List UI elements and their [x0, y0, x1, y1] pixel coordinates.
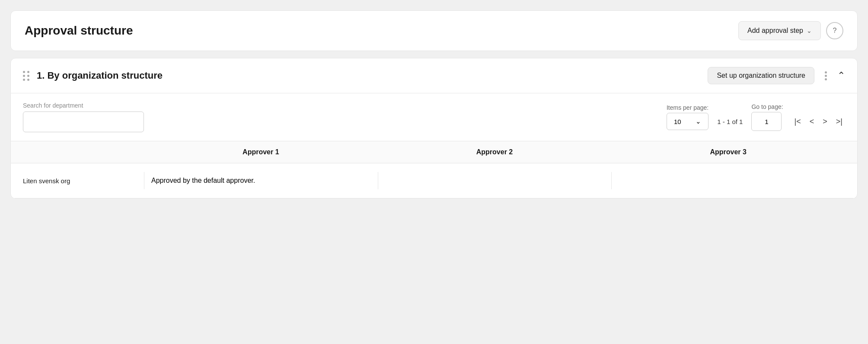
help-icon: ? [833, 27, 837, 35]
items-chevron-down-icon: ⌄ [696, 118, 701, 125]
dot [23, 79, 25, 81]
prev-page-button[interactable]: < [807, 115, 817, 128]
table-header-approver1: Approver 1 [144, 148, 378, 156]
chevron-up-icon: ⌃ [837, 70, 845, 81]
pagination-controls: Items per page: 10 ⌄ 1 - 1 of 1 Go to pa… [667, 103, 845, 131]
top-card-actions: Add approval step ⌄ ? [738, 21, 843, 40]
table-header-approver3: Approver 3 [611, 148, 845, 156]
page-title: Approval structure [25, 24, 133, 38]
dot [27, 79, 29, 81]
more-dots-icon [825, 71, 827, 80]
last-page-button[interactable]: >| [833, 115, 845, 128]
dot [23, 75, 25, 77]
section-card: 1. By organization structure Set up orga… [10, 58, 858, 199]
add-approval-step-button[interactable]: Add approval step ⌄ [738, 21, 821, 40]
controls-row: Search for department Items per page: 10… [11, 93, 857, 141]
search-label: Search for department [23, 102, 144, 109]
go-to-page: Go to page: [751, 103, 783, 131]
table-cell-approver2 [378, 172, 612, 189]
dot [23, 71, 25, 73]
items-per-page-select[interactable]: 10 ⌄ [667, 113, 708, 130]
table-header-department [23, 148, 144, 156]
go-to-page-label: Go to page: [751, 103, 783, 110]
items-per-page-label: Items per page: [667, 104, 708, 111]
section-header-right: Set up organization structure ⌃ [708, 67, 845, 84]
dot [825, 75, 827, 77]
more-options-button[interactable] [821, 70, 830, 82]
section-header-left: 1. By organization structure [23, 70, 163, 81]
items-per-page-value: 10 [674, 118, 681, 125]
add-approval-label: Add approval step [747, 27, 803, 35]
table-header-approver2: Approver 2 [378, 148, 612, 156]
table-header-row: Approver 1 Approver 2 Approver 3 [11, 141, 857, 163]
section-header: 1. By organization structure Set up orga… [11, 58, 857, 93]
items-per-page: Items per page: 10 ⌄ [667, 104, 708, 130]
search-input[interactable] [23, 111, 144, 132]
first-page-button[interactable]: |< [792, 115, 804, 128]
table-cell-department: Liten svensk org [23, 177, 144, 185]
collapse-button[interactable]: ⌃ [837, 70, 845, 81]
help-button[interactable]: ? [826, 22, 843, 39]
top-card: Approval structure Add approval step ⌄ ? [10, 10, 858, 51]
dot [27, 75, 29, 77]
setup-org-structure-button[interactable]: Set up organization structure [708, 67, 814, 84]
table-cell-approver1: Approved by the default approver. [144, 172, 378, 189]
table-row: Liten svensk org Approved by the default… [11, 163, 857, 198]
dot [825, 71, 827, 73]
approver1-default-text: Approved by the default approver. [151, 177, 255, 185]
nav-buttons: |< < > >| [792, 115, 845, 128]
dot [27, 71, 29, 73]
chevron-down-icon: ⌄ [807, 27, 812, 34]
table-cell-approver3 [611, 172, 845, 189]
table: Approver 1 Approver 2 Approver 3 Liten s… [11, 141, 857, 198]
page-info: 1 - 1 of 1 [717, 118, 743, 125]
next-page-button[interactable]: > [820, 115, 830, 128]
drag-handle-icon[interactable] [23, 71, 30, 81]
search-section: Search for department [23, 102, 144, 132]
section-title: 1. By organization structure [37, 70, 163, 81]
dot [825, 78, 827, 80]
go-to-page-input[interactable] [751, 112, 782, 131]
